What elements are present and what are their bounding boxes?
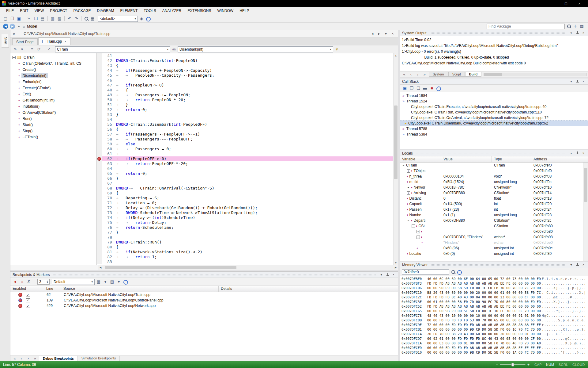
method-combo[interactable]: Disembark(int) ▾ [178,46,333,52]
breakpoint-margin[interactable] [97,58,102,63]
column-header-type[interactable]: Type [492,156,531,162]
breakpoint-margin[interactable] [97,171,102,176]
breakpoint-margin[interactable] [97,240,102,245]
tree-item[interactable]: ♦GetRandom(int, int) [10,97,96,103]
tab-script[interactable]: Script [448,72,465,77]
stack-frame-row[interactable]: CityLoop.exe! CTrain.OnArrival, c:\vea\c… [400,115,588,121]
locals-row[interactable]: ♦Passen0x17 (23)int0x007dff24 [400,207,588,212]
code-line[interactable]: 66} [97,176,393,181]
menu-window[interactable]: WINDOW [214,9,237,13]
code-line[interactable]: 44→ if(Passengers·+·PeopleON·>·Capacity) [97,68,393,73]
delete-x-icon[interactable]: ✗ [26,279,32,285]
paste-icon[interactable]: ▤ [40,16,46,21]
menu-package[interactable]: PACKAGE [70,9,94,13]
code-line[interactable]: 46 [97,78,393,83]
code-line[interactable]: 59→ else [97,142,393,147]
locals-row[interactable]: −♦CStCStation0x007dfb80 [400,223,588,229]
bp-dot-icon[interactable]: ● [12,279,18,285]
breadcrumb[interactable]: Model [27,24,37,29]
menu-project[interactable]: PROJECT [47,9,70,13]
menu-file[interactable]: FILE [3,9,17,13]
tree-item[interactable]: ♦CTrain(CNetwork*, TTrainID, int, CS [10,60,96,67]
close-icon[interactable]: × [581,151,586,156]
enabled-checkbox[interactable]: ✓ [26,298,30,302]
breakpoint-margin[interactable] [97,250,102,255]
code-line[interactable]: 76→ return·ScheduleTime; [97,225,393,230]
locals-row[interactable]: ♦Locatio0x0 (0)unsigned int0x007dff30 [400,251,588,256]
stack-frame-row[interactable]: CityLoop.exe! CTrain.Run, c:\vea\cityloo… [400,109,588,115]
tree-item[interactable]: ♦Run() [10,116,96,122]
close-icon[interactable]: × [581,79,586,84]
code-line[interactable]: 58→ → Passengers·-=·PeopleOFF; [97,137,393,142]
caret-down-icon[interactable]: ▾ [383,31,389,36]
layout-grid-icon[interactable]: ▦ [96,279,102,285]
code-line[interactable]: 71→ Location·=·0; [97,201,393,205]
locals-row[interactable]: +♦TObjec0x007dfef0 [400,168,588,174]
tree-item[interactable]: ♦Stop() [10,128,96,134]
code-line[interactable]: 80{ [97,245,393,250]
breakpoint-margin[interactable] [97,245,102,250]
code-line[interactable]: 50→ → return·PeopleON·*·20; [97,98,393,102]
code-line[interactable]: 41 [97,53,393,58]
copy-icon[interactable]: ❏ [415,86,421,91]
search-icon[interactable] [83,16,89,21]
scroll-down-icon[interactable]: ▼ [394,261,398,265]
link-arrows-icon[interactable]: ⇄ [36,47,42,52]
class-combo[interactable]: CTrain ▾ [55,46,170,52]
code-line[interactable]: 57→ if(Passengers·-·PeopleOFF·>·-1) [97,132,393,137]
column-header-line[interactable]: Line [44,286,61,292]
breakpoint-margin[interactable] [97,73,102,78]
breakpoint-margin[interactable] [97,147,102,151]
editor-horizontal-scrollbar[interactable]: ◀ ▶ [98,265,398,270]
code-line[interactable]: 51→ } [97,102,393,107]
cut-icon[interactable]: ✂ [26,16,32,21]
locals-row[interactable]: +♦Arriving0x007DFB80CStation*0x007dff14 [400,190,588,196]
expander-icon[interactable]: − [407,219,410,222]
breakpoint-icon[interactable] [97,157,101,161]
breakpoint-margin[interactable] [97,220,102,225]
save-icon[interactable]: ▣ [402,86,408,91]
menu-analyzer[interactable]: ANALYZER [159,9,184,13]
code-line[interactable]: 53} [97,112,393,117]
breakpoint-margin[interactable] [97,166,102,171]
breakpoint-margin[interactable] [97,142,102,147]
open-icon[interactable]: ❐ [9,16,15,21]
column-header-source[interactable]: Source [61,286,219,292]
memory-row[interactable]: 0x007DFCEA00 00 E3 00 00 00 01 00 00 00 … [401,341,586,346]
code-line[interactable]: 82→ → return·1; [97,255,393,259]
zoom-slider[interactable] [500,364,526,365]
tree-item[interactable]: ♦Embark(int) [10,79,96,85]
tab-first-icon[interactable]: « [12,356,18,361]
close-icon[interactable]: × [581,262,586,268]
breakpoint-row[interactable]: ✓109C:\VEA\CityLoop\Microsoft Native\Cit… [10,297,398,303]
menu-element[interactable]: ELEMENT [117,9,141,13]
find-package-input[interactable] [487,24,565,29]
breakpoint-margin[interactable] [97,156,102,161]
thread-row[interactable]: »Thread 1524 [400,98,588,104]
code-line[interactable]: 60→ → Passengers·=·0; [97,147,393,151]
scroll-right-icon[interactable]: ▶ [393,265,398,270]
redo-icon[interactable]: ↷ [73,16,79,21]
enabled-checkbox[interactable]: ✓ [26,293,30,297]
tab-last-icon[interactable]: » [421,72,428,77]
tab-train-cpp[interactable]: Train.cpp× [38,37,70,45]
save-icon[interactable]: ▣ [16,16,22,21]
code-line[interactable]: 78 [97,235,393,240]
locals-row[interactable]: ♦Numbe0x1 (1)unsigned long0x007dff28 [400,212,588,218]
chevrons-icon[interactable]: » [13,31,15,36]
memory-row[interactable]: 0x007DFC0600 00 9D C9 D0 58 5D F0 00 1C … [401,286,586,291]
code-line[interactable]: 83 [97,259,393,264]
expander-icon[interactable]: − [417,236,420,239]
close-icon[interactable]: × [390,31,396,36]
scroll-left-icon[interactable]: ◀ [98,265,103,270]
code-line[interactable]: 47→ if(PeopleON·>·0) [97,83,393,88]
code-line[interactable]: 61→ [97,151,393,156]
output-horizontal-scrollbar[interactable] [483,73,587,76]
caret-down-icon[interactable]: ▾ [116,279,122,285]
close-icon[interactable]: × [391,272,396,278]
help-circle-icon[interactable] [145,16,151,21]
stack-frame-row[interactable]: ►CityLoop.exe! CTrain.Disembark, c:\vea\… [400,121,588,126]
locals-row[interactable]: ♦0x60 (96)unsigned int0x007dfb9c [400,245,588,251]
caret-down-icon[interactable]: ▾ [19,47,25,52]
expander-icon[interactable]: + [417,230,420,233]
